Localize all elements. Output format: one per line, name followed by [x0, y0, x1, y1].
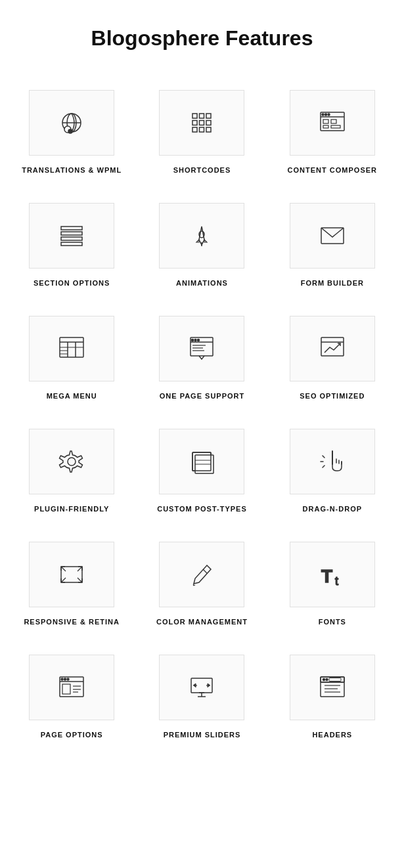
feature-shortcodes[interactable]: SHORTCODES: [137, 77, 267, 190]
shortcodes-icon-box: [159, 90, 244, 156]
headers-icon-box: [290, 655, 375, 720]
plugin-friendly-icon-box: [29, 429, 114, 494]
seo-optimized-icon: [318, 334, 347, 363]
fonts-icon-box: T t: [290, 542, 375, 607]
svg-rect-58: [61, 567, 82, 582]
svg-text:t: t: [335, 575, 338, 588]
svg-rect-85: [329, 678, 341, 682]
svg-point-83: [323, 679, 325, 681]
premium-sliders-icon-box: [159, 655, 244, 720]
content-composer-icon-box: [290, 90, 375, 156]
svg-rect-13: [206, 127, 211, 132]
feature-page-options[interactable]: PAGE OPTIONS: [7, 641, 137, 754]
feature-content-composer[interactable]: CONTENT COMPOSER: [267, 77, 397, 190]
color-management-icon-box: [159, 542, 244, 607]
page-title: Blogosphere Features: [0, 0, 404, 70]
feature-premium-sliders[interactable]: PREMIUM SLIDERS: [137, 641, 267, 754]
animations-icon-box: [159, 203, 244, 269]
translations-icon: [57, 108, 86, 137]
svg-rect-17: [331, 119, 336, 123]
color-management-icon: [187, 560, 216, 589]
plugin-friendly-icon: [57, 447, 86, 476]
fonts-label: FONTS: [319, 618, 346, 626]
feature-translations-wpml[interactable]: TRANSLATIONS & WPML: [7, 77, 137, 190]
fonts-icon: T t: [318, 560, 347, 589]
feature-responsive-retina[interactable]: RESPONSIVE & RETINA: [7, 529, 137, 641]
responsive-retina-label: RESPONSIVE & RETINA: [24, 618, 120, 626]
content-composer-label: CONTENT COMPOSER: [288, 166, 377, 174]
feature-seo-optimized[interactable]: SEO OPTIMIZED: [267, 303, 397, 416]
section-options-icon: [57, 221, 86, 250]
drag-n-drop-label: DRAG-N-DROP: [303, 505, 362, 513]
svg-rect-47: [321, 337, 344, 356]
svg-rect-24: [61, 232, 82, 235]
section-options-icon-box: [29, 203, 114, 269]
content-composer-icon: [318, 108, 347, 137]
svg-text:T: T: [321, 566, 332, 586]
plugin-friendly-label: PLUGIN-FRIENDLY: [34, 505, 109, 513]
animations-label: ANIMATIONS: [176, 279, 228, 287]
svg-rect-16: [323, 119, 328, 123]
one-page-support-label: ONE PAGE SUPPORT: [160, 392, 244, 400]
svg-point-44: [192, 339, 194, 341]
svg-rect-8: [192, 121, 197, 125]
translations-wpml-label: TRANSLATIONS & WPML: [22, 166, 122, 174]
feature-headers[interactable]: HEADERS: [267, 641, 397, 754]
one-page-support-icon: [187, 334, 216, 363]
feature-fonts[interactable]: T t FONTS: [267, 529, 397, 641]
shortcodes-icon: [187, 108, 216, 137]
svg-rect-10: [206, 121, 211, 125]
page-options-icon-box: [29, 655, 114, 720]
feature-color-management[interactable]: COLOR MANAGEMENT: [137, 529, 267, 641]
svg-point-22: [328, 114, 330, 116]
svg-point-68: [61, 678, 63, 680]
feature-mega-menu[interactable]: MEGA MENU: [7, 303, 137, 416]
section-options-label: SECTION OPTIONS: [34, 279, 110, 287]
custom-post-types-icon: [187, 447, 216, 476]
svg-point-20: [322, 114, 324, 116]
svg-rect-11: [192, 127, 197, 132]
feature-section-options[interactable]: SECTION OPTIONS: [7, 190, 137, 303]
shortcodes-label: SHORTCODES: [173, 166, 231, 174]
svg-rect-19: [331, 125, 340, 128]
custom-post-types-icon-box: [159, 429, 244, 494]
custom-post-types-label: CUSTOM POST-TYPES: [157, 505, 247, 513]
svg-rect-18: [323, 125, 328, 128]
feature-animations[interactable]: ANIMATIONS: [137, 190, 267, 303]
headers-label: HEADERS: [312, 731, 352, 739]
svg-point-49: [68, 458, 76, 466]
svg-point-21: [325, 114, 326, 116]
seo-optimized-icon-box: [290, 316, 375, 381]
svg-rect-12: [200, 127, 204, 132]
svg-line-57: [323, 466, 325, 467]
page-options-icon: [57, 673, 86, 702]
svg-rect-7: [206, 114, 211, 118]
responsive-retina-icon-box: [29, 542, 114, 607]
feature-plugin-friendly[interactable]: PLUGIN-FRIENDLY: [7, 416, 137, 529]
svg-line-55: [323, 456, 325, 458]
svg-rect-9: [200, 121, 204, 125]
svg-point-69: [64, 678, 66, 680]
svg-rect-25: [61, 237, 82, 240]
mega-menu-icon: [57, 334, 86, 363]
mega-menu-icon-box: [29, 316, 114, 381]
svg-rect-5: [192, 114, 197, 118]
form-builder-icon: [318, 221, 347, 250]
svg-line-59: [203, 569, 207, 573]
feature-custom-post-types[interactable]: CUSTOM POST-TYPES: [137, 416, 267, 529]
seo-optimized-label: SEO OPTIMIZED: [300, 392, 365, 400]
feature-form-builder[interactable]: FORM BUILDER: [267, 190, 397, 303]
svg-point-46: [198, 339, 200, 341]
feature-one-page-support[interactable]: ONE PAGE SUPPORT: [137, 303, 267, 416]
svg-point-45: [194, 339, 196, 341]
premium-sliders-icon: [187, 673, 216, 702]
features-grid: TRANSLATIONS & WPML SHORTCODES: [0, 70, 404, 761]
headers-icon: [318, 673, 347, 702]
form-builder-icon-box: [290, 203, 375, 269]
drag-n-drop-icon-box: [290, 429, 375, 494]
svg-point-84: [326, 679, 328, 681]
one-page-support-icon-box: [159, 316, 244, 381]
page-options-label: PAGE OPTIONS: [41, 731, 103, 739]
feature-drag-n-drop[interactable]: DRAG-N-DROP: [267, 416, 397, 529]
svg-rect-23: [61, 227, 82, 230]
